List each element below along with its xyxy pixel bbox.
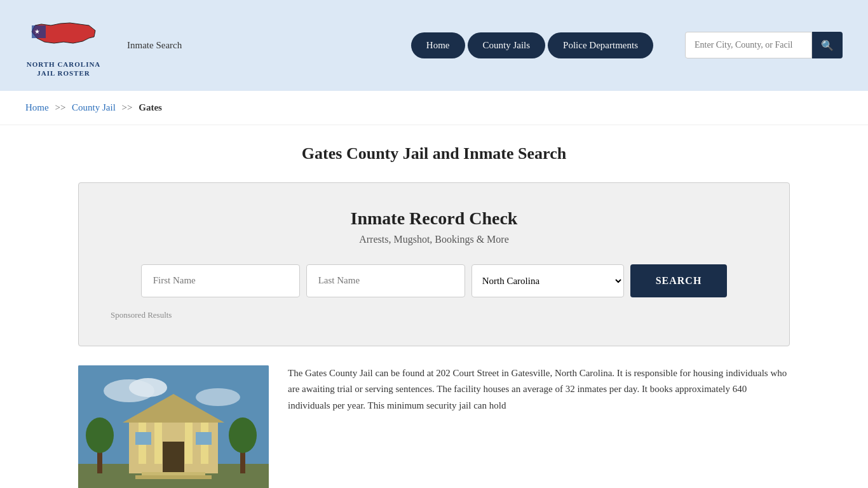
svg-point-21 <box>86 417 114 453</box>
state-select[interactable]: AlabamaAlaskaArizonaArkansasCaliforniaCo… <box>471 264 624 297</box>
page-title: Gates County Jail and Inmate Search <box>78 144 790 163</box>
svg-rect-17 <box>196 432 212 445</box>
breadcrumb-home[interactable]: Home <box>25 102 49 112</box>
logo-text: NORTH CAROLINA JAIL ROSTER <box>27 60 101 78</box>
record-check-subtitle: Arrests, Mugshot, Bookings & More <box>111 234 757 245</box>
breadcrumb-bar: Home >> County Jail >> Gates <box>0 91 868 125</box>
nav-police-departments[interactable]: Police Departments <box>548 32 653 58</box>
sponsored-label: Sponsored Results <box>111 310 757 320</box>
svg-rect-15 <box>163 442 184 473</box>
breadcrumb-county-jail[interactable]: County Jail <box>72 102 116 112</box>
svg-point-7 <box>196 388 240 406</box>
main-content: Gates County Jail and Inmate Search Inma… <box>53 125 815 488</box>
jail-building-illustration <box>78 365 269 488</box>
record-check-box: Inmate Record Check Arrests, Mugshot, Bo… <box>78 182 790 346</box>
inmate-search-link[interactable]: Inmate Search <box>127 40 182 51</box>
nav-county-jails[interactable]: County Jails <box>468 32 546 58</box>
first-name-input[interactable] <box>141 264 300 297</box>
main-nav: Home County Jails Police Departments <box>411 32 653 58</box>
svg-rect-16 <box>135 432 151 445</box>
svg-rect-13 <box>185 423 193 464</box>
svg-point-6 <box>129 378 167 397</box>
nc-map-icon: ★ <box>25 13 102 57</box>
jail-description: The Gates County Jail can be found at 20… <box>288 365 790 414</box>
last-name-input[interactable] <box>306 264 465 297</box>
jail-image <box>78 365 269 488</box>
svg-point-23 <box>229 417 257 453</box>
logo-link[interactable]: ★ NORTH CAROLINA JAIL ROSTER <box>25 13 102 78</box>
header-search-area: 🔍 <box>685 32 843 58</box>
bottom-section: The Gates County Jail can be found at 20… <box>78 365 790 488</box>
inmate-search-form: AlabamaAlaskaArizonaArkansasCaliforniaCo… <box>111 264 757 297</box>
record-check-title: Inmate Record Check <box>111 208 757 229</box>
header-search-input[interactable] <box>685 32 812 58</box>
breadcrumb: Home >> County Jail >> Gates <box>25 102 843 113</box>
nav-home[interactable]: Home <box>411 32 465 58</box>
svg-rect-12 <box>154 423 162 464</box>
breadcrumb-sep-2: >> <box>122 102 133 112</box>
breadcrumb-sep-1: >> <box>55 102 65 112</box>
svg-rect-19 <box>135 475 212 479</box>
breadcrumb-current: Gates <box>139 102 162 112</box>
search-submit-button[interactable]: SEARCH <box>630 264 728 297</box>
header-search-button[interactable]: 🔍 <box>812 32 843 58</box>
svg-text:★: ★ <box>34 28 40 35</box>
header: ★ NORTH CAROLINA JAIL ROSTER Inmate Sear… <box>0 0 868 91</box>
